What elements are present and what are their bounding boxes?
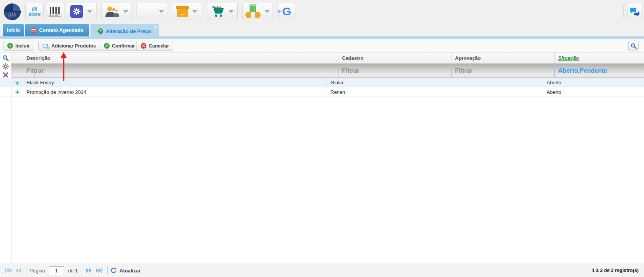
atualizar-button[interactable]: Atualizar (111, 267, 141, 274)
clear-filter-x-icon[interactable] (2, 71, 9, 79)
table-row[interactable]: Promoção de inverno 2024 Renan Aberto (0, 87, 644, 97)
last-page-button[interactable] (94, 266, 104, 275)
button-label: Adicionar Produtos (51, 43, 96, 49)
sync-button[interactable]: G (278, 3, 296, 20)
tab-inicio[interactable]: Início (3, 24, 24, 36)
page-label: Página (30, 268, 45, 274)
chevron-down-icon[interactable] (123, 10, 128, 13)
filter-cadastro[interactable]: Filtrar (338, 64, 452, 78)
cell-aprovacao (440, 78, 543, 87)
app-logo-icon: illi (4, 3, 21, 20)
filter-value: Aberto,Pendente (558, 67, 607, 74)
next-page-button[interactable] (84, 266, 94, 275)
price-tag-icon (97, 28, 104, 34)
grid-header-row: Descrição Cadastro Aprovação Situação (12, 52, 644, 64)
search-button[interactable] (628, 41, 639, 51)
column-header-cadastro[interactable]: Cadastro (338, 52, 452, 64)
chevron-down-icon[interactable] (228, 10, 234, 13)
illi-store-button[interactable]: illistore (25, 3, 44, 20)
cancel-icon: ✕ (141, 43, 146, 49)
filter-aprovacao[interactable]: Filtrar (452, 64, 555, 78)
page-number-input[interactable] (49, 266, 64, 275)
sales-menu-button[interactable] (207, 3, 238, 20)
filter-situacao[interactable]: Aberto,Pendente (555, 64, 644, 78)
top-toolbar: illi illistore BOLETO (0, 0, 644, 24)
shopping-cart-icon (211, 5, 225, 18)
cell-cadastro: Giulia (327, 78, 440, 87)
boleto-button[interactable]: BOLETO (46, 3, 64, 20)
chevron-down-icon[interactable] (264, 10, 270, 13)
view-row-button[interactable] (12, 78, 23, 87)
last-page-icon (96, 268, 102, 273)
coin-stacks-icon (140, 5, 155, 18)
cancelar-button[interactable]: ✕ Cancelar (136, 41, 173, 51)
adicionar-produtos-button[interactable]: + Adicionar Produtos (38, 41, 100, 51)
boleto-barcode-icon: BOLETO (50, 7, 60, 16)
supply-menu-button[interactable] (242, 3, 273, 20)
page-total-label: de 1 (68, 268, 77, 274)
first-page-button[interactable] (3, 266, 13, 275)
chevron-down-icon[interactable] (87, 10, 92, 13)
divider (81, 267, 81, 274)
app-logo-text: illi (8, 11, 16, 19)
table-row[interactable]: Black Friday Giulia Aberto (0, 78, 644, 87)
chat-bubbles-icon (630, 7, 639, 16)
search-icon (631, 43, 637, 49)
cell-aprovacao (440, 87, 543, 97)
chevron-down-icon[interactable] (192, 10, 197, 13)
column-header-aprovacao[interactable]: Aprovação (452, 52, 555, 64)
plus-icon: + (7, 43, 13, 49)
divider (623, 5, 624, 18)
reports-menu-button[interactable] (136, 3, 167, 20)
column-label: Cadastro (342, 55, 363, 61)
hands-cube-icon (245, 5, 261, 18)
settings-menu-button[interactable] (66, 3, 97, 20)
first-page-icon (5, 268, 12, 273)
close-icon[interactable]: × (154, 25, 157, 29)
column-header-situacao[interactable]: Situação (555, 52, 644, 64)
column-label: Aprovação (455, 55, 481, 61)
refresh-icon (111, 267, 117, 274)
illi-store-icon: illistore (28, 7, 41, 16)
chat-button[interactable] (627, 4, 642, 19)
records-count: 1 à 2 de 2 registro(s) (592, 268, 639, 273)
previous-page-icon (15, 268, 21, 273)
divider (23, 5, 23, 18)
cell-situacao: Aberto (543, 87, 644, 97)
view-row-button[interactable] (12, 87, 23, 97)
button-label: Confirmar (112, 43, 135, 49)
people-icon (105, 6, 119, 17)
tab-contato-agendado[interactable]: Contato Agendado (25, 24, 89, 36)
tab-label: Alteração de Preço (106, 28, 151, 34)
box-icon (177, 6, 188, 17)
next-page-icon (86, 268, 92, 273)
calendar-icon (31, 28, 36, 33)
cell-descricao: Promoção de inverno 2024 (23, 87, 327, 97)
g-refresh-icon: G (282, 6, 291, 17)
divider (107, 267, 108, 274)
confirmar-button[interactable]: ✓ Confirmar (100, 41, 139, 51)
search-icon[interactable] (2, 54, 9, 62)
products-menu-button[interactable] (172, 3, 202, 20)
add-product-icon: + (43, 43, 49, 48)
column-label: Situação (558, 55, 579, 61)
eye-icon (15, 90, 20, 94)
column-header-descricao[interactable]: Descrição (23, 52, 338, 64)
button-label: Incluir (15, 43, 30, 49)
filter-placeholder: Filtrar (455, 67, 472, 74)
atualizar-label: Atualizar (120, 268, 141, 274)
tab-label: Contato Agendado (39, 27, 84, 33)
filter-placeholder: Filtrar (342, 67, 359, 74)
gear-icon[interactable] (2, 62, 9, 70)
pagination-bar: Página de 1 Atualizar 1 à 2 de 2 registr… (0, 264, 644, 277)
action-toolbar: + Incluir + Adicionar Produtos ✓ Confirm… (0, 39, 644, 52)
grid-filter-row: Filtrar Filtrar Filtrar Aberto,Pendente (12, 64, 644, 78)
cell-situacao: Aberto (543, 78, 644, 87)
cell-cadastro: Renan (327, 87, 440, 97)
chevron-down-icon[interactable] (159, 10, 164, 13)
previous-page-button[interactable] (13, 266, 23, 275)
incluir-button[interactable]: + Incluir (3, 41, 34, 51)
filter-descricao[interactable]: Filtrar (23, 64, 338, 78)
button-label: Cancelar (149, 43, 169, 49)
people-menu-button[interactable] (101, 3, 132, 20)
